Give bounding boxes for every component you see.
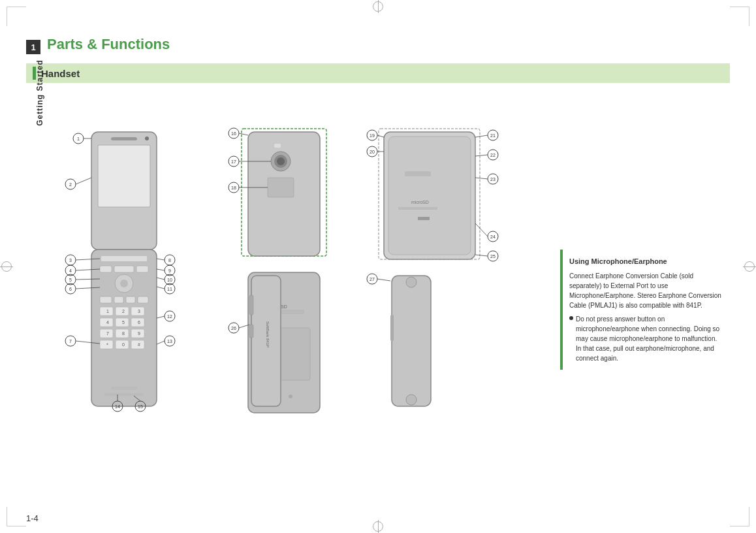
svg-line-126 — [475, 155, 488, 156]
svg-text:2: 2 — [122, 309, 125, 314]
svg-text:8: 8 — [168, 258, 171, 263]
info-box-body: Connect Earphone Conversion Cable (sold … — [569, 271, 723, 310]
svg-rect-14 — [138, 297, 148, 303]
svg-line-46 — [76, 178, 91, 184]
svg-point-10 — [120, 280, 128, 287]
svg-point-3 — [145, 137, 149, 140]
svg-text:15: 15 — [138, 404, 143, 409]
svg-text:9: 9 — [138, 331, 140, 336]
svg-rect-13 — [126, 297, 135, 303]
svg-rect-146 — [390, 315, 394, 341]
svg-text:microSD: microSD — [411, 200, 429, 204]
crosshair-right — [743, 260, 756, 273]
svg-text:9: 9 — [168, 268, 171, 273]
section-title-row: 1 Parts & Functions — [26, 36, 730, 58]
section-badge: 1 — [26, 40, 40, 54]
svg-line-101 — [239, 133, 248, 135]
svg-text:6: 6 — [69, 287, 72, 291]
svg-text:3: 3 — [138, 309, 140, 314]
crosshair-bottom — [371, 520, 385, 533]
svg-text:4: 4 — [106, 320, 109, 325]
svg-text:23: 23 — [490, 177, 496, 182]
svg-rect-11 — [100, 297, 112, 303]
svg-rect-1 — [111, 137, 137, 140]
svg-line-149 — [377, 279, 390, 281]
svg-line-70 — [157, 278, 165, 280]
svg-text:12: 12 — [167, 314, 172, 319]
svg-rect-91 — [274, 144, 281, 148]
svg-text:17: 17 — [231, 159, 236, 164]
svg-text:2: 2 — [69, 182, 72, 187]
svg-line-73 — [157, 287, 165, 289]
svg-rect-2 — [98, 145, 150, 207]
svg-point-144 — [406, 277, 417, 287]
svg-rect-113 — [398, 207, 437, 210]
svg-point-98 — [289, 395, 292, 398]
svg-rect-114 — [418, 217, 430, 220]
svg-text:27: 27 — [370, 277, 375, 282]
svg-line-129 — [475, 178, 488, 179]
svg-text:3: 3 — [69, 258, 72, 263]
corner-mark-br — [730, 507, 749, 526]
svg-rect-143 — [392, 276, 431, 406]
svg-text:11: 11 — [167, 287, 172, 291]
crosshair-top — [371, 0, 385, 13]
bullet-dot-icon — [569, 316, 573, 320]
svg-rect-12 — [114, 297, 123, 303]
svg-text:16: 16 — [231, 131, 236, 136]
corner-mark-tl — [7, 7, 26, 26]
svg-point-145 — [406, 395, 417, 405]
svg-text:SoftBank 841P: SoftBank 841P — [266, 321, 270, 347]
bullet-text: Do not press answer button on microphone… — [576, 314, 723, 363]
svg-rect-8 — [136, 266, 148, 272]
svg-rect-5 — [101, 256, 147, 261]
svg-line-135 — [475, 255, 488, 256]
page-number: 1-4 — [26, 513, 39, 523]
svg-text:1: 1 — [77, 137, 80, 141]
page-title: Parts & Functions — [47, 36, 170, 53]
info-box-title: Using Microphone/Earphone — [569, 256, 723, 267]
svg-rect-138 — [249, 325, 253, 338]
svg-point-90 — [277, 157, 285, 165]
svg-rect-27 — [111, 387, 137, 390]
svg-text:4: 4 — [69, 268, 72, 273]
svg-rect-6 — [100, 266, 112, 272]
info-box-bullet: Do not press answer button on microphone… — [569, 314, 723, 363]
svg-text:＊: ＊ — [105, 342, 110, 347]
svg-rect-4 — [91, 250, 157, 406]
svg-rect-111 — [405, 171, 431, 176]
svg-rect-28 — [104, 393, 144, 396]
svg-line-67 — [157, 269, 165, 270]
svg-text:13: 13 — [167, 339, 172, 344]
svg-text:7: 7 — [69, 339, 72, 344]
svg-text:1: 1 — [106, 309, 109, 314]
subsection-label: Handset — [41, 68, 80, 79]
svg-rect-92 — [268, 178, 294, 197]
svg-line-123 — [475, 135, 488, 137]
svg-text:25: 25 — [490, 254, 496, 259]
svg-text:20: 20 — [370, 150, 375, 154]
svg-rect-110 — [388, 137, 471, 255]
svg-text:5: 5 — [122, 320, 125, 325]
phones-diagram: 1 2 3 4 5 6 7 8 9 ＊ 0 # 1 2 3 — [26, 93, 730, 426]
crosshair-left — [0, 260, 13, 273]
svg-rect-7 — [114, 266, 134, 272]
handset-bar: Handset — [26, 63, 730, 83]
corner-mark-tr — [730, 7, 749, 26]
svg-line-64 — [157, 259, 165, 260]
svg-text:10: 10 — [167, 278, 172, 282]
info-box: Using Microphone/Earphone Connect Earpho… — [560, 250, 730, 370]
svg-text:7: 7 — [106, 331, 109, 336]
svg-text:22: 22 — [490, 153, 496, 157]
svg-text:5: 5 — [69, 278, 72, 282]
svg-text:19: 19 — [370, 133, 375, 138]
svg-text:24: 24 — [490, 234, 496, 239]
svg-text:#: # — [138, 342, 140, 347]
svg-text:8: 8 — [122, 331, 125, 336]
svg-rect-137 — [249, 295, 253, 315]
svg-line-132 — [475, 223, 488, 236]
svg-text:21: 21 — [490, 133, 496, 138]
svg-text:6: 6 — [138, 320, 140, 325]
svg-text:26: 26 — [231, 326, 236, 331]
page-content: Getting Started 1 Parts & Functions Hand… — [26, 36, 730, 507]
